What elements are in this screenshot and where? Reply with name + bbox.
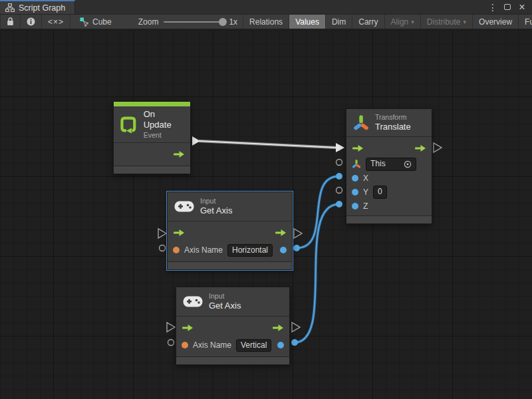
port-flow-in-getaxis-v[interactable] (167, 323, 175, 332)
window-controls: ⋮ × (487, 0, 532, 14)
zoom-slider-handle[interactable] (219, 18, 227, 26)
flow-arrow-icon[interactable] (275, 229, 287, 237)
window-menu-button[interactable]: ⋮ (487, 1, 499, 13)
node-title: Get Axis (209, 301, 241, 311)
y-value-field[interactable]: 0 (373, 186, 387, 199)
axis-name-port-icon[interactable] (173, 247, 180, 253)
flow-arrow-icon[interactable] (173, 150, 185, 158)
graph-toolbar: <×> Cube Zoom 1x Relations Values Dim Ca… (0, 15, 532, 29)
align-dropdown[interactable]: Align ▾ (385, 15, 421, 29)
values-button[interactable]: Values (289, 15, 326, 29)
zoom-value: 1x (229, 17, 237, 27)
relations-button[interactable]: Relations (243, 15, 289, 29)
x-port-label: X (363, 174, 368, 183)
port-flow-out-getaxis-v[interactable] (292, 323, 300, 332)
self-object-field[interactable]: This (366, 158, 416, 171)
overview-button[interactable]: Overview (473, 15, 519, 29)
distribute-dropdown[interactable]: Distribute ▾ (421, 15, 473, 29)
chevron-down-icon: ▾ (411, 19, 414, 25)
close-button[interactable]: × (516, 1, 528, 13)
info-icon (27, 17, 35, 26)
flow-arrow-icon[interactable] (182, 324, 194, 332)
z-port-label: Z (363, 201, 368, 211)
flow-arrow-icon[interactable] (272, 324, 284, 332)
axis-name-label: Axis Name (193, 340, 231, 350)
lock-button[interactable] (0, 15, 21, 29)
y-port-icon[interactable] (352, 189, 358, 196)
axis-name-label: Axis Name (184, 245, 223, 255)
node-footer (168, 261, 292, 269)
node-subtitle: Transform (375, 113, 411, 122)
event-color-bar (114, 102, 190, 106)
node-footer (114, 166, 190, 174)
graph-canvas[interactable]: On Update Event (0, 30, 532, 399)
wire-flow-onupdate-translate (199, 141, 336, 148)
carry-children-toggle[interactable]: <×> (42, 15, 70, 29)
node-get-axis-vertical[interactable]: Input Get Axis (176, 287, 290, 365)
node-subtitle: Input (209, 292, 241, 301)
axis-name-port-icon[interactable] (182, 342, 188, 348)
object-picker-icon[interactable] (404, 160, 412, 168)
carry-button[interactable]: Carry (352, 15, 384, 29)
flow-arrow-icon[interactable] (173, 229, 185, 237)
y-port-label: Y (363, 188, 368, 197)
wire-horizontal-to-x (297, 176, 339, 248)
port-flow-out-getaxis-h[interactable] (294, 229, 302, 238)
on-update-loop-icon (119, 115, 138, 134)
port-x-translate[interactable] (336, 173, 342, 180)
tab-script-graph[interactable]: Script Graph (0, 0, 75, 14)
graph-icon (80, 17, 89, 27)
node-footer (346, 215, 432, 223)
close-icon: × (519, 2, 525, 13)
node-get-axis-horizontal[interactable]: Input Get Axis (167, 192, 293, 270)
gamepad-icon (174, 200, 194, 213)
port-axisname-getaxis-v[interactable] (168, 340, 174, 346)
zoom-slider[interactable] (164, 21, 223, 23)
zoom-label: Zoom (138, 17, 159, 27)
node-subtitle: Input (200, 197, 232, 205)
script-graph-icon (5, 3, 15, 12)
transform-icon (353, 114, 369, 132)
node-on-update[interactable]: On Update Event (113, 101, 191, 174)
flow-arrow-icon[interactable] (352, 144, 364, 152)
port-self-translate[interactable] (336, 160, 342, 166)
port-result-getaxis-h[interactable] (293, 245, 300, 251)
wire-vertical-to-z (295, 204, 339, 342)
node-title: Get Axis (200, 205, 232, 216)
port-flow-in-getaxis-h[interactable] (158, 229, 166, 238)
flow-arrow-icon[interactable] (414, 144, 426, 152)
node-footer (176, 356, 289, 364)
node-subtitle: Event (144, 131, 185, 140)
dim-button[interactable]: Dim (326, 15, 352, 29)
title-bar: Script Graph ⋮ × (0, 0, 532, 15)
kebab-menu-icon: ⋮ (488, 3, 497, 12)
node-title: On Update (144, 109, 185, 131)
port-flow-in-translate[interactable] (336, 143, 344, 152)
port-z-translate[interactable] (336, 201, 342, 207)
lock-icon (7, 17, 14, 26)
zoom-control: Zoom 1x (133, 15, 243, 29)
node-translate[interactable]: Transform Translate (346, 108, 432, 224)
port-axisname-getaxis-h[interactable] (160, 245, 166, 251)
transform-mini-icon[interactable] (352, 159, 361, 169)
axis-name-field[interactable]: Vertical (236, 339, 271, 352)
maximize-button[interactable] (501, 1, 513, 13)
gamepad-icon (183, 295, 203, 308)
angle-x-icon: <×> (48, 17, 64, 27)
port-flow-out-onupdate[interactable] (192, 136, 200, 146)
port-result-getaxis-v[interactable] (291, 339, 298, 346)
z-port-icon[interactable] (352, 203, 358, 209)
maximize-icon (504, 4, 511, 10)
result-port-icon[interactable] (280, 247, 287, 253)
port-y-translate[interactable] (336, 188, 342, 194)
port-flow-out-translate[interactable] (434, 143, 442, 152)
chevron-down-icon: ▾ (464, 19, 467, 25)
info-button[interactable] (21, 15, 42, 29)
axis-name-field[interactable]: Horizontal (227, 244, 273, 257)
full-screen-button[interactable]: Full Screen (519, 15, 532, 29)
x-port-icon[interactable] (352, 175, 358, 182)
tab-label: Script Graph (19, 3, 65, 13)
graph-name: Cube (92, 17, 112, 27)
result-port-icon[interactable] (277, 342, 284, 348)
graph-breadcrumb[interactable]: Cube (74, 15, 117, 29)
